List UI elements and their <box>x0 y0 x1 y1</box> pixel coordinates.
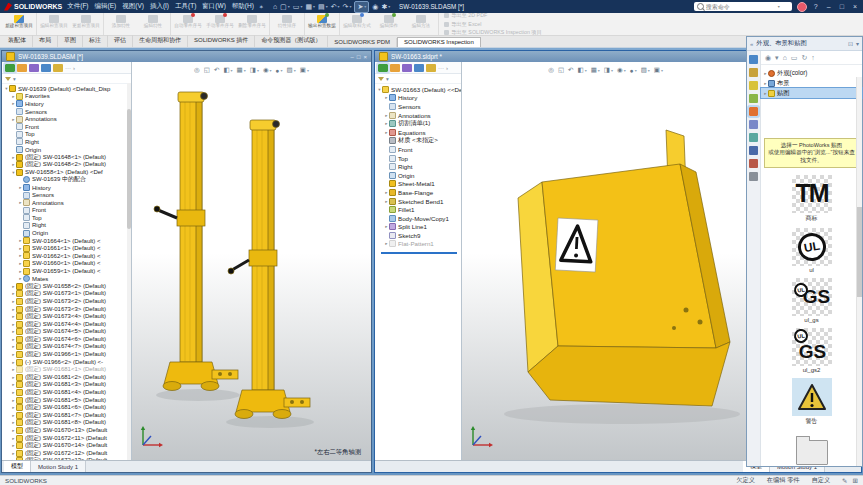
menu-item[interactable]: 文件(F) <box>67 2 88 11</box>
tree-item[interactable]: ▸Flat-Pattern1 <box>375 240 461 249</box>
command-search[interactable]: ▾ <box>694 2 792 11</box>
tree-item[interactable]: Fillet1 <box>375 205 461 214</box>
menu-icon[interactable]: ▾ <box>856 40 859 47</box>
tree-item[interactable]: ▸Annotations <box>2 115 131 123</box>
add-appearance-icon[interactable]: ◉ <box>765 54 771 62</box>
tree-item[interactable]: ▸Annotations <box>2 199 131 207</box>
tree-item[interactable]: ▸(固定) SW-01648<2> (Default) <box>2 161 131 169</box>
configuration-manager-tab[interactable] <box>29 64 39 72</box>
minimize-button[interactable]: – <box>825 3 833 10</box>
overflow-tab[interactable]: ··· <box>438 64 444 72</box>
tree-item[interactable]: ▸SW-01662<1> (Default) < <box>2 252 131 260</box>
tree-item[interactable]: ▸Annotations <box>375 111 461 120</box>
tree-item[interactable]: Right <box>375 162 461 171</box>
undo-icon[interactable]: ↶▾ <box>331 2 340 12</box>
ribbon-tab[interactable]: 命令预测器（测试版） <box>255 35 328 47</box>
ribbon-button[interactable]: 编辑方法 <box>406 14 436 34</box>
rebuild-icon[interactable]: ◉ <box>372 2 378 12</box>
ribbon-tab[interactable]: 标注 <box>83 35 108 47</box>
export-button[interactable]: 导出至 2D PDF <box>444 12 542 19</box>
print-icon[interactable]: ▤▾ <box>318 2 328 12</box>
menu-pin-icon[interactable]: ✶ <box>259 3 264 10</box>
ribbon-button[interactable]: 编辑取样方式 <box>342 14 372 34</box>
menu-item[interactable]: 编辑(E) <box>95 2 117 11</box>
doc-minimize-button[interactable]: – <box>351 54 354 60</box>
tree-filter[interactable]: ▾ <box>2 74 131 84</box>
decal-thumbnail[interactable]: TM商标 <box>792 175 832 223</box>
dropdown-icon[interactable]: ▾ <box>364 2 366 12</box>
tree-item[interactable]: Sheet-Metal1 <box>375 180 461 189</box>
ribbon-button[interactable]: 自动零件序号 <box>173 14 203 34</box>
dropdown-icon[interactable]: ▾ <box>349 2 351 12</box>
menu-item[interactable]: 视图(V) <box>122 2 144 11</box>
display-manager-tab[interactable] <box>53 64 63 72</box>
status-units[interactable]: 自定义 <box>812 476 831 485</box>
decal-thumbnail[interactable]: ULul <box>792 228 832 273</box>
ribbon-tab[interactable]: SOLIDWORKS 插件 <box>188 35 255 47</box>
appearances-scenes-decals-icon[interactable] <box>749 107 758 116</box>
tree-item[interactable]: Front <box>375 145 461 154</box>
ribbon-button[interactable]: 输出检查数据 <box>307 14 337 34</box>
menu-item[interactable]: 窗口(W) <box>202 2 225 11</box>
ribbon-button[interactable]: 新建检查项目 <box>4 14 34 34</box>
design-library-icon[interactable] <box>749 68 758 77</box>
menu-item[interactable]: 帮助(H) <box>232 2 254 11</box>
tree-item[interactable]: ▸Sketched Bend1 <box>375 197 461 206</box>
ribbon-button[interactable]: 添加特性 <box>106 14 136 34</box>
tree-item[interactable]: ▾SW-01663 (Default) <<Default>_Di <box>375 85 461 94</box>
dropdown-icon[interactable]: ▾ <box>775 54 779 62</box>
refresh-icon[interactable]: ↻ <box>801 54 807 62</box>
new-folder-icon[interactable]: ▭ <box>791 54 798 62</box>
tree-item[interactable]: ▸SW-01664<1> (Default) < <box>2 237 131 245</box>
tree-item[interactable]: Top <box>2 214 131 222</box>
model-tab[interactable]: 模型 <box>4 461 31 472</box>
tree-item[interactable]: ▸布景 <box>761 78 862 88</box>
assembly-window-titlebar[interactable]: SW-01639.SLDASM [*] – □ × <box>2 51 371 62</box>
model-tab[interactable]: Motion Study 1 <box>31 461 86 472</box>
configuration-manager-tab[interactable] <box>402 64 412 72</box>
tree-scrollbar[interactable] <box>127 83 131 460</box>
dropdown-icon[interactable]: ▾ <box>313 2 315 12</box>
decal-thumbnail[interactable]: 警告 <box>792 378 832 426</box>
tree-item[interactable]: Sensors <box>2 191 131 199</box>
select-icon[interactable]: ➤▾ <box>354 1 369 13</box>
tree-item[interactable]: ▸SW-01661<1> (Default) < <box>2 244 131 252</box>
tree-item[interactable]: Front <box>2 207 131 215</box>
tree-filter[interactable]: ▾ <box>375 74 461 84</box>
decal-thumbnail[interactable]: 标志 <box>792 431 832 466</box>
home-icon[interactable]: ⌂ <box>783 54 787 61</box>
search-dropdown-icon[interactable]: ▾ <box>778 4 780 9</box>
tree-item[interactable]: Right <box>2 222 131 230</box>
tree-item[interactable]: ▸History <box>2 184 131 192</box>
dropdown-icon[interactable]: ▾ <box>288 2 290 12</box>
tree-item[interactable]: ▸贴图 <box>761 88 862 98</box>
redo-icon[interactable]: ↷▾ <box>343 2 352 12</box>
task-pane-scrollbar[interactable] <box>856 77 862 466</box>
tree-item[interactable]: ▸SW-01660<1> (Default) < <box>2 260 131 268</box>
inspection-icon[interactable] <box>749 159 758 168</box>
ribbon-tab[interactable]: 装配体 <box>2 35 33 47</box>
ribbon-tab[interactable]: 布局 <box>33 35 58 47</box>
ribbon-tab[interactable]: 生命周期和协作 <box>133 35 188 47</box>
dimxpert-manager-tab[interactable] <box>414 64 424 72</box>
tree-item[interactable]: 材质 <未指定> <box>375 137 461 146</box>
user-account-icon[interactable] <box>797 2 807 12</box>
collapse-icon[interactable]: « <box>750 41 753 47</box>
dimxpert-manager-tab[interactable] <box>41 64 51 72</box>
tree-item[interactable]: ▸Favorites <box>2 93 131 101</box>
export-button[interactable]: 导出至 SOLIDWORKS Inspection 项目 <box>444 29 542 36</box>
ribbon-tab[interactable]: 评估 <box>108 35 133 47</box>
ribbon-button[interactable]: 手动零件序号 <box>205 14 235 34</box>
display-manager-tab[interactable] <box>426 64 436 72</box>
feature-manager-tab[interactable] <box>378 64 388 72</box>
tree-item[interactable]: Origin <box>2 229 131 237</box>
ribbon-tab[interactable]: 草图 <box>58 35 83 47</box>
tree-item[interactable]: ▸切割清单(1) <box>375 119 461 128</box>
pdm-icon[interactable] <box>749 146 758 155</box>
rollback-bar[interactable] <box>381 249 457 254</box>
up-icon[interactable]: ↑ <box>811 54 815 61</box>
maximize-button[interactable]: □ <box>838 3 846 10</box>
tree-item[interactable]: ▸Base-Flange <box>375 188 461 197</box>
new-document-icon[interactable]: ▢▾ <box>280 2 290 12</box>
tree-item[interactable]: ▸SW-01659<1> (Default) < <box>2 267 131 275</box>
